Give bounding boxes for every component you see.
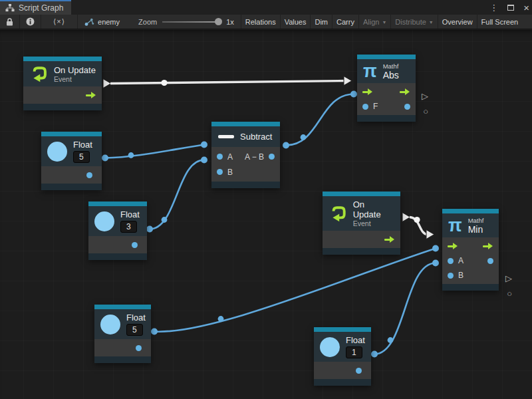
node-footer [23, 104, 102, 110]
node-footer [314, 379, 371, 386]
value-input-port-b[interactable] [448, 273, 454, 279]
node-float-1[interactable]: Float 1 [314, 327, 371, 386]
loop-event-icon [329, 204, 347, 223]
code-view-button[interactable]: ⟨×⟩ [41, 15, 78, 29]
values-button[interactable]: Values [281, 15, 311, 29]
dim-button[interactable]: Dim [311, 15, 332, 29]
relations-button[interactable]: Relations [241, 15, 281, 29]
float-value-field[interactable]: 5 [126, 324, 143, 336]
value-input-port-a[interactable] [448, 258, 454, 264]
lock-button[interactable] [0, 15, 20, 29]
flow-input-arrow[interactable] [448, 243, 458, 249]
float-value-field[interactable]: 1 [346, 346, 362, 358]
node-on-update-1[interactable]: On Update Event [23, 57, 102, 110]
node-header: π Mathf Abs [357, 59, 416, 83]
node-body: A A − B B [211, 147, 280, 182]
code-icon: ⟨×⟩ [53, 17, 65, 26]
float-value-field[interactable]: 3 [120, 221, 137, 233]
node-float-5a[interactable]: Float 5 [41, 132, 102, 190]
connection-float1-min-b[interactable] [371, 260, 439, 358]
chevron-down-icon [429, 20, 434, 25]
node-header: Float 1 [314, 332, 371, 362]
node-subtract[interactable]: Subtract A A − B B [211, 122, 280, 188]
node-header: Float 3 [88, 206, 147, 236]
subtract-icon [218, 135, 234, 138]
flow-output-arrow[interactable] [400, 88, 410, 95]
float-value-field[interactable]: 5 [73, 151, 90, 163]
script-graph-window: Script Graph ⋮ × ⟨×⟩ [0, 0, 532, 399]
maximize-icon[interactable] [507, 5, 514, 11]
distribute-button[interactable]: Distribute [391, 15, 438, 29]
value-output-port[interactable] [269, 154, 275, 160]
window-controls: ⋮ × [489, 0, 529, 15]
node-mathf-abs[interactable]: π Mathf Abs F ▷ [357, 55, 416, 122]
flow-output-arrow[interactable] [483, 243, 493, 249]
zoom-control: Zoom 1x [132, 15, 241, 29]
value-output-port[interactable] [86, 172, 92, 178]
connection-onupdate1-abs[interactable] [103, 76, 352, 88]
connection-float5b-min-a[interactable] [151, 245, 439, 335]
value-input-port-b[interactable] [217, 169, 223, 175]
node-mathf-min[interactable]: π Mathf Min A [442, 209, 499, 291]
unconnected-value-circle-icon[interactable]: ○ [507, 289, 512, 298]
connection-float3-subtract-b[interactable] [146, 157, 207, 233]
node-footer [88, 253, 147, 260]
port-label: B [227, 168, 233, 177]
node-body [314, 362, 371, 379]
unconnected-flow-triangle-icon[interactable]: ▷ [505, 274, 512, 283]
zoom-value: 1x [226, 18, 234, 26]
connection-onupdate2-min[interactable] [402, 213, 434, 239]
node-kicker: Mathf [383, 63, 399, 70]
window-menu-icon[interactable]: ⋮ [489, 3, 498, 12]
node-title: Subtract [240, 132, 272, 142]
flow-output-arrow[interactable] [384, 236, 395, 243]
connection-subtract-abs-f[interactable] [283, 91, 357, 149]
unconnected-flow-triangle-icon[interactable]: ▷ [422, 92, 428, 100]
info-icon [26, 17, 35, 26]
node-header: π Mathf Min [442, 213, 499, 237]
flow-input-arrow[interactable] [362, 88, 373, 95]
float-literal-icon [320, 337, 340, 357]
node-float-3[interactable]: Float 3 [88, 201, 147, 260]
chevron-down-icon [382, 20, 386, 25]
node-body [41, 166, 102, 184]
graph-canvas[interactable]: On Update Event π Mathf Abs [0, 30, 532, 399]
overview-button[interactable]: Overview [438, 15, 477, 29]
align-button[interactable]: Align [359, 15, 391, 29]
value-output-port[interactable] [404, 104, 410, 110]
node-body [23, 86, 102, 104]
info-button[interactable] [20, 15, 41, 29]
unconnected-value-circle-icon[interactable]: ○ [423, 107, 428, 116]
node-float-5b[interactable]: Float 5 [94, 305, 151, 363]
node-title: Float [73, 140, 92, 150]
graph-name: enemy [98, 18, 120, 26]
value-input-port[interactable] [362, 104, 368, 110]
zoom-slider-knob[interactable] [215, 18, 222, 25]
node-body [88, 236, 147, 253]
value-output-port[interactable] [136, 345, 142, 351]
node-on-update-2[interactable]: On Update Event [323, 192, 400, 255]
node-body [94, 339, 151, 356]
value-output-port[interactable] [356, 368, 362, 374]
node-body: A B [442, 237, 499, 284]
node-footer [442, 284, 499, 291]
flow-output-arrow[interactable] [86, 92, 96, 98]
value-output-port[interactable] [132, 242, 138, 248]
close-icon[interactable]: × [523, 3, 529, 13]
value-output-port[interactable] [487, 258, 493, 264]
lock-icon [6, 18, 13, 26]
node-header: On Update Event [323, 196, 400, 231]
tab-script-graph[interactable]: Script Graph [0, 0, 71, 15]
fullscreen-button[interactable]: Full Screen [477, 15, 523, 29]
hierarchy-icon [5, 4, 15, 12]
connection-float5-subtract-a[interactable] [102, 142, 207, 162]
graph-icon [84, 18, 94, 26]
graph-toolbar: ⟨×⟩ enemy Zoom 1x Relations Values Dim C… [0, 15, 532, 29]
float-literal-icon [100, 315, 120, 334]
node-title: On Update [54, 65, 96, 75]
value-input-port-a[interactable] [217, 154, 223, 160]
port-label: F [373, 102, 378, 111]
zoom-slider-track[interactable] [162, 21, 221, 23]
carry-button[interactable]: Carry [332, 15, 359, 29]
graph-breadcrumb[interactable]: enemy [78, 15, 126, 29]
